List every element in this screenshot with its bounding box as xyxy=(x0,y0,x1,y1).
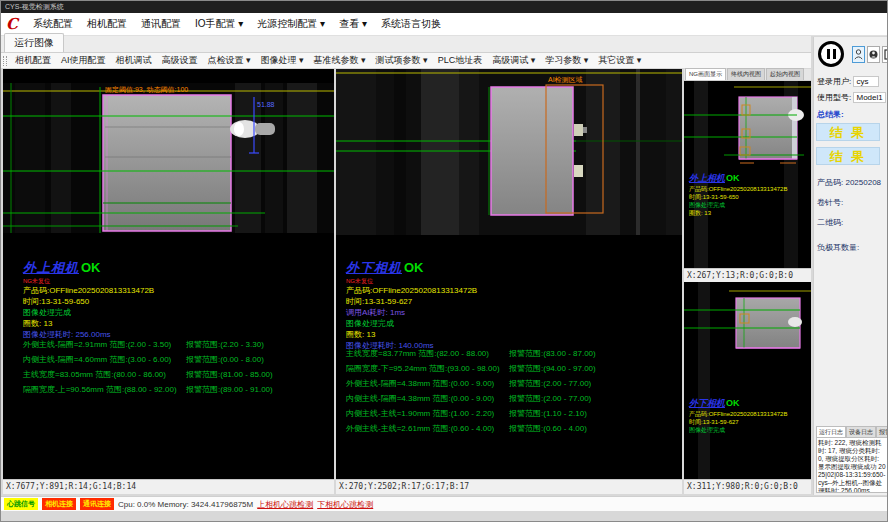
bright-tab-spot xyxy=(574,165,583,177)
left-camera-view[interactable]: 51.88 固定阈值:93, 动态阈值:100 外上相机OK NG未复位 产品码… xyxy=(3,69,334,479)
logout-button[interactable] xyxy=(882,46,888,63)
measure-row: 外侧主线-主线=2.61mm 范围:(0.60 - 4.00) 报警范围:(0.… xyxy=(346,421,651,436)
measure-text: 隔圈宽度-上=90.56mm 范围:(88.00 - 92.00) xyxy=(23,384,186,395)
reflective-blob xyxy=(788,317,802,327)
user-button[interactable] xyxy=(852,46,865,63)
measure-row: 主线宽度=83.05mm 范围:(80.00 - 86.00) 报警范围:(81… xyxy=(23,367,328,382)
small-bottom-overlay: 外下相机OK 产品码:OFFline2025020813313472B 时间:1… xyxy=(689,392,787,434)
alarm-range-text: 报警范围:(81.00 - 85.00) xyxy=(186,369,273,380)
operator-button[interactable] xyxy=(867,46,880,63)
tab-run-image[interactable]: 运行图像 xyxy=(4,33,64,52)
bright-tab-spot xyxy=(574,124,583,136)
right-control-panel: 登录用户: cys 使用型号: Model1 总结果: 结 果 结 果 产品码:… xyxy=(813,37,888,495)
menu-camera-config[interactable]: 相机配置 xyxy=(80,14,134,34)
product-code-label: 产品码: xyxy=(817,178,843,187)
upper-camera-heartbeat-check[interactable]: 上相机心跳检测 xyxy=(257,499,313,510)
heartbeat-indicator: 心跳信号 xyxy=(4,498,38,510)
center-camera-view[interactable]: AI检测区域 外下相机OK NG未复位 产品码:OFFline202502081… xyxy=(336,69,682,479)
tab-start-inner-view[interactable]: 起始内视图 xyxy=(766,68,804,80)
tool-camera-debug[interactable]: 相机调试 xyxy=(111,52,157,69)
tool-camera-config[interactable]: 相机配置 xyxy=(10,52,56,69)
tool-image-processing[interactable]: 图像处理 ▾ xyxy=(256,52,309,69)
center-ng-note: NG未复位 xyxy=(346,277,651,285)
small-top-time: 时间:13-31-59-650 xyxy=(689,193,787,201)
center-count: 圈数: 13 xyxy=(346,329,651,340)
small-view-tabs: NG画面显示 终线内视图 起始内视图 xyxy=(684,69,811,81)
tool-other-settings[interactable]: 其它设置 ▾ xyxy=(593,52,646,69)
measure-row: 外侧主线-隔圈=4.38mm 范围:(0.00 - 9.00) 报警范围:(2.… xyxy=(346,376,651,391)
alarm-range-text: 报警范围:(2.00 - 77.00) xyxy=(509,378,591,389)
alarm-range-text: 报警范围:(94.00 - 97.00) xyxy=(509,363,596,374)
small-bottom-camera-name: 外下相机 xyxy=(689,398,725,408)
log-output[interactable]: 耗时: 222, 瑕疵检测耗时: 17, 瑕疵分类耗时: 0, 瑕疵提取分区耗时… xyxy=(816,437,888,493)
small-bottom-product-code: 产品码:OFFline2025020813313472B xyxy=(689,410,787,418)
product-code-value: 20250208 xyxy=(845,178,881,187)
tool-advanced-debug[interactable]: 高级调试 ▾ xyxy=(487,52,540,69)
measure-row: 隔圈宽度-上=90.56mm 范围:(88.00 - 92.00) 报警范围:(… xyxy=(23,382,328,397)
menu-system-config[interactable]: 系统配置 xyxy=(26,14,80,34)
product-code-row: 产品码: 20250208 xyxy=(817,177,881,188)
measure-row: 主线宽度=83.77mm 范围:(82.00 - 88.00) 报警范围:(83… xyxy=(346,346,651,361)
app-window: CYS-视觉检测系统 C 系统配置 相机配置 通讯配置 IO手配置 ▾ 光源控制… xyxy=(0,0,888,522)
small-bottom-pixel-coords: X:311;Y:980;R:0;G:0;B:0 xyxy=(684,479,811,494)
alarm-range-text: 报警范围:(2.20 - 3.30) xyxy=(186,339,264,350)
tool-learning-params[interactable]: 学习参数 ▾ xyxy=(540,52,593,69)
left-result-overlay: 外上相机OK NG未复位 产品码:OFFline2025020813313472… xyxy=(23,258,328,340)
model-row: 使用型号: Model1 xyxy=(817,92,886,103)
left-count: 圈数: 13 xyxy=(23,318,328,329)
tool-test-params[interactable]: 测试项参数 ▾ xyxy=(371,52,433,69)
lower-camera-heartbeat-check[interactable]: 下相机心跳检测 xyxy=(317,499,373,510)
operator-icon xyxy=(869,49,878,60)
tool-ai-config[interactable]: AI使用配置 xyxy=(56,52,111,69)
small-bottom-camera-view[interactable]: 外下相机OK 产品码:OFFline2025020813313472B 时间:1… xyxy=(684,282,811,479)
measure-row: 内侧主线-隔圈=4.60mm 范围:(3.00 - 6.00) 报警范围:(0.… xyxy=(23,352,328,367)
left-measure-rows: 外侧主线-隔圈=2.91mm 范围:(2.00 - 3.50) 报警范围:(2.… xyxy=(23,337,328,397)
logout-icon xyxy=(884,49,888,60)
comm-connection-indicator: 通讯连接 xyxy=(80,498,114,510)
measure-text: 内侧主线-隔圈=4.38mm 范围:(0.00 - 9.00) xyxy=(346,393,509,404)
menu-view[interactable]: 查看 ▾ xyxy=(332,14,374,34)
measure-row: 外侧主线-隔圈=2.91mm 范围:(2.00 - 3.50) 报警范围:(2.… xyxy=(23,337,328,352)
measure-row: 隔圈宽度-下=95.24mm 范围:(93.00 - 98.00) 报警范围:(… xyxy=(346,361,651,376)
user-icon xyxy=(854,49,863,60)
small-top-overlay: 外上相机OK 产品码:OFFline2025020813313472B 时间:1… xyxy=(689,167,787,217)
tool-plc-address[interactable]: PLC地址表 xyxy=(433,52,488,69)
small-top-count: 圈数: 13 xyxy=(689,209,787,217)
alarm-range-text: 报警范围:(2.00 - 77.00) xyxy=(509,393,591,404)
tab-end-inner-view[interactable]: 终线内视图 xyxy=(727,68,765,80)
tool-baseline-params[interactable]: 基准线参数 ▾ xyxy=(309,52,371,69)
small-top-product-code: 产品码:OFFline2025020813313472B xyxy=(689,185,787,193)
center-camera-result: OK xyxy=(404,260,424,275)
center-pixel-coords: X:270;Y:2502;R:17;G:17;B:17 xyxy=(336,479,682,494)
measure-text: 主线宽度=83.77mm 范围:(82.00 - 88.00) xyxy=(346,348,509,359)
measure-text: 外侧主线-主线=2.61mm 范围:(0.60 - 4.00) xyxy=(346,423,509,434)
model-label: 使用型号: xyxy=(817,93,851,102)
center-ai-elapsed: 调用AI耗时: 1ms xyxy=(346,307,651,318)
camera-connection-indicator: 相机连接 xyxy=(42,498,76,510)
menu-light-config[interactable]: 光源控制配置 ▾ xyxy=(250,14,332,34)
small-top-camera-view[interactable]: 外上相机OK 产品码:OFFline2025020813313472B 时间:1… xyxy=(684,81,811,268)
measure-text: 外侧主线-隔圈=2.91mm 范围:(2.00 - 3.50) xyxy=(23,339,186,350)
small-bottom-result: OK xyxy=(726,398,740,408)
measure-text: 内侧主线-主线=1.90mm 范围:(1.00 - 2.20) xyxy=(346,408,509,419)
view-tab-row: 运行图像 xyxy=(1,36,811,53)
pause-button[interactable] xyxy=(818,41,844,67)
tool-advanced-settings[interactable]: 高级设置 xyxy=(157,52,203,69)
measure-readout-label: 51.88 xyxy=(257,101,275,108)
small-bottom-status: 图像处理完成 xyxy=(689,426,787,434)
left-time: 时间:13-31-59-650 xyxy=(23,296,328,307)
menu-comm-config[interactable]: 通讯配置 xyxy=(134,14,188,34)
window-title: CYS-视觉检测系统 xyxy=(5,3,64,10)
measure-text: 隔圈宽度-下=95.24mm 范围:(93.00 - 98.00) xyxy=(346,363,509,374)
tab-ng-display[interactable]: NG画面显示 xyxy=(685,68,726,80)
tool-spot-check[interactable]: 点检设置 ▾ xyxy=(203,52,256,69)
model-value: Model1 xyxy=(853,92,885,103)
status-bar: 心跳信号 相机连接 通讯连接 Cpu: 0.0% Memory: 3424.41… xyxy=(1,496,888,511)
center-camera-image: AI检测区域 xyxy=(336,69,682,235)
center-time: 时间:13-31-59-627 xyxy=(346,296,651,307)
menu-io-config[interactable]: IO手配置 ▾ xyxy=(188,14,250,34)
center-result-overlay: 外下相机OK NG未复位 产品码:OFFline2025020813313472… xyxy=(346,258,651,351)
ai-region-label: AI检测区域 xyxy=(548,76,583,84)
menu-language-switch[interactable]: 系统语言切换 xyxy=(374,14,448,34)
qr-code-label: 二维码: xyxy=(817,217,843,228)
